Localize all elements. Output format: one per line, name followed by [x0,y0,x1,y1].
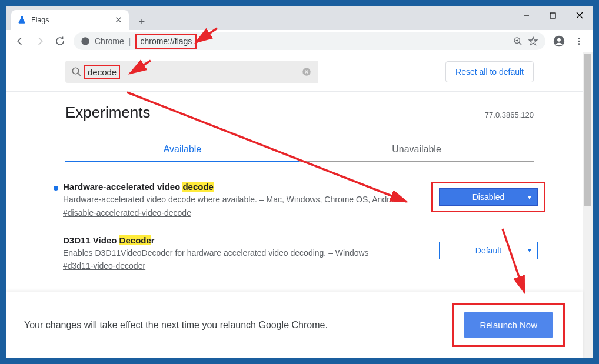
svg-point-11 [557,38,561,41]
tab-unavailable[interactable]: Unavailable [300,138,534,162]
flag-hash-link[interactable]: #disable-accelerated-video-decode [63,208,408,218]
flag-row: Hardware-accelerated video decode Hardwa… [54,182,545,218]
relaunch-button[interactable]: Relaunch Now [464,312,553,338]
chevron-down-icon: ▼ [527,194,533,201]
address-bar[interactable]: Chrome | chrome://flags [74,32,545,50]
back-button[interactable] [11,32,29,50]
url-highlight: chrome://flags [135,34,197,49]
svg-line-16 [78,74,81,76]
new-tab-button[interactable]: + [134,14,150,30]
select-highlight: Disabled▼ [431,182,545,212]
svg-point-14 [578,43,580,45]
flag-row: D3D11 Video Decoder Enables D3D11VideoDe… [54,235,545,271]
flag-title: D3D11 Video Decoder [63,235,408,245]
zoom-icon[interactable] [513,36,523,46]
relaunch-highlight: Relaunch Now [452,303,565,347]
tab-close-icon[interactable]: ✕ [114,15,123,25]
flag-state-select[interactable]: Default▼ [439,242,538,259]
profile-button[interactable] [550,32,568,50]
chrome-icon [81,36,90,46]
reset-all-button[interactable]: Reset all to default [445,61,534,82]
search-flags-input[interactable]: decode [65,61,318,83]
omnibox-url: chrome://flags [140,36,192,46]
flag-description: Enables D3D11VideoDecoder for hardware a… [63,248,408,259]
search-value-highlight: decode [84,65,120,79]
flask-icon [17,15,26,25]
reload-button[interactable] [51,32,69,50]
minimize-button[interactable] [513,6,540,24]
page-title: Experiments [65,103,151,122]
clear-search-icon[interactable] [301,66,312,78]
tab-strip: Flags ✕ + [6,6,593,30]
browser-tab[interactable]: Flags ✕ [11,10,129,30]
browser-toolbar: Chrome | chrome://flags [6,30,593,52]
relaunch-bar: Your changes will take effect the next t… [6,292,583,358]
forward-button[interactable] [31,32,49,50]
menu-button[interactable] [570,32,588,50]
svg-marker-9 [529,37,537,45]
flag-title: Hardware-accelerated video decode [63,182,408,192]
scrollbar-thumb[interactable] [584,54,591,206]
maximize-button[interactable] [540,6,566,24]
flag-hash-link[interactable]: #d3d11-video-decoder [63,261,408,271]
svg-point-12 [578,38,580,39]
page-content: decode Reset all to default Experiments … [6,52,593,358]
flag-description: Hardware-accelerated video decode where … [63,194,408,206]
close-button[interactable] [566,6,593,24]
chrome-window: Flags ✕ + Chrome | chrome://flags [6,6,593,358]
window-controls [513,6,593,24]
footer-message: Your changes will take effect the next t… [24,320,328,330]
svg-rect-1 [550,13,555,18]
search-icon [71,66,83,77]
svg-point-4 [81,37,89,45]
svg-line-6 [519,42,521,45]
tab-title: Flags [31,16,109,24]
chrome-version: 77.0.3865.120 [485,111,534,119]
chevron-down-icon: ▼ [527,247,533,253]
star-icon[interactable] [528,36,538,46]
omnibox-chip: Chrome [95,36,124,46]
svg-point-15 [72,68,79,74]
svg-point-13 [578,40,580,42]
flag-state-select[interactable]: Disabled▼ [439,188,538,206]
modified-dot-icon [54,186,58,191]
tab-available[interactable]: Available [65,138,300,162]
scrollbar[interactable] [583,52,593,358]
search-value: decode [88,67,117,77]
